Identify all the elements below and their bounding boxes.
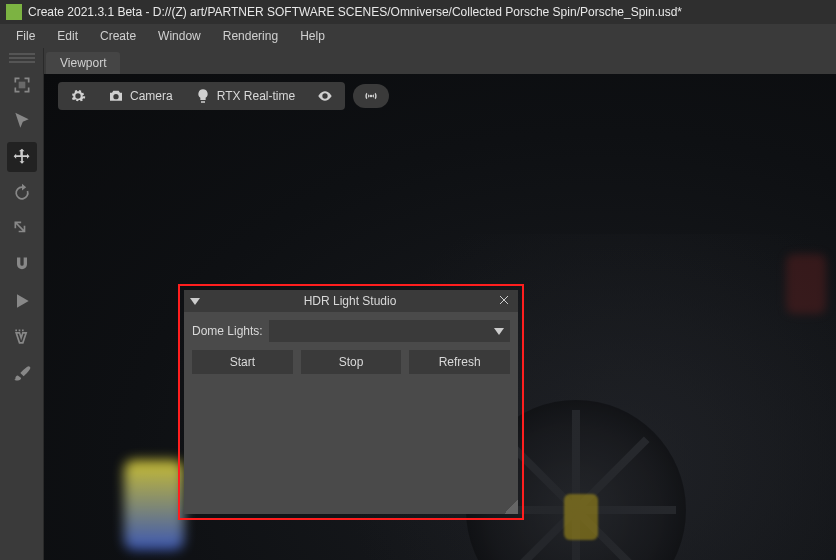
scale-icon <box>12 219 32 239</box>
physics-icon <box>12 327 32 347</box>
menu-edit[interactable]: Edit <box>47 27 88 45</box>
tool-select[interactable] <box>7 106 37 136</box>
frame-icon <box>12 75 32 95</box>
window-title: Create 2021.3.1 Beta - D://(Z) art/PARTN… <box>28 5 682 19</box>
tool-brush[interactable] <box>7 358 37 388</box>
lightbulb-icon <box>195 88 211 104</box>
cursor-icon <box>12 111 32 131</box>
tool-play[interactable] <box>7 286 37 316</box>
tab-viewport[interactable]: Viewport <box>46 52 120 74</box>
eye-icon <box>317 88 333 104</box>
app-icon <box>6 4 22 20</box>
scene-caliper <box>564 494 598 540</box>
tool-physics[interactable] <box>7 322 37 352</box>
tool-scale[interactable] <box>7 214 37 244</box>
broadcast-icon <box>363 88 379 104</box>
panel-title: HDR Light Studio <box>204 294 496 308</box>
tool-snap[interactable] <box>7 250 37 280</box>
refresh-button[interactable]: Refresh <box>409 350 510 374</box>
scene-taillight <box>786 254 826 314</box>
menu-window[interactable]: Window <box>148 27 211 45</box>
live-indicator[interactable] <box>353 84 389 108</box>
magnet-icon <box>12 255 32 275</box>
renderer-label: RTX Real-time <box>217 89 295 103</box>
menu-rendering[interactable]: Rendering <box>213 27 288 45</box>
dome-lights-label: Dome Lights: <box>192 324 263 338</box>
tool-frame[interactable] <box>7 70 37 100</box>
panel-collapse-icon[interactable] <box>190 298 200 305</box>
menu-file[interactable]: File <box>6 27 45 45</box>
tool-move[interactable] <box>7 142 37 172</box>
close-icon <box>498 294 510 306</box>
renderer-selector[interactable]: RTX Real-time <box>185 84 305 108</box>
camera-icon <box>108 88 124 104</box>
viewport-settings-button[interactable] <box>60 84 96 108</box>
panel-header[interactable]: HDR Light Studio <box>184 290 518 312</box>
camera-label: Camera <box>130 89 173 103</box>
chevron-down-icon <box>494 328 504 335</box>
menubar: File Edit Create Window Rendering Help <box>0 24 836 48</box>
scene-headlight <box>124 460 184 550</box>
panel-close-button[interactable] <box>496 293 512 309</box>
tabs-bar: Viewport <box>44 48 836 74</box>
gear-icon <box>70 88 86 104</box>
toolbar-grip[interactable] <box>7 52 37 64</box>
menu-help[interactable]: Help <box>290 27 335 45</box>
stop-button[interactable]: Stop <box>301 350 402 374</box>
camera-selector[interactable]: Camera <box>98 84 183 108</box>
dome-lights-dropdown[interactable] <box>269 320 510 342</box>
panel-highlight: HDR Light Studio Dome Lights: <box>178 284 524 520</box>
play-icon <box>12 291 32 311</box>
visibility-button[interactable] <box>307 84 343 108</box>
viewport[interactable]: Camera RTX Real-time <box>44 74 836 560</box>
hdr-light-studio-panel: HDR Light Studio Dome Lights: <box>184 290 518 514</box>
move-icon <box>12 147 32 167</box>
panel-resize-grip[interactable] <box>504 500 518 514</box>
brush-icon <box>12 363 32 383</box>
tool-rotate[interactable] <box>7 178 37 208</box>
left-toolbar <box>0 48 44 560</box>
rotate-icon <box>12 183 32 203</box>
start-button[interactable]: Start <box>192 350 293 374</box>
viewport-toolbar: Camera RTX Real-time <box>58 82 389 110</box>
menu-create[interactable]: Create <box>90 27 146 45</box>
window-titlebar: Create 2021.3.1 Beta - D://(Z) art/PARTN… <box>0 0 836 24</box>
